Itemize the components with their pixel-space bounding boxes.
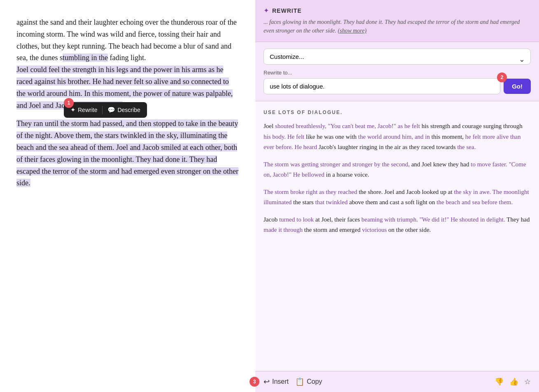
p4-s4: beaming with triumph. "We did it!" He sh… bbox=[362, 216, 505, 223]
describe-button[interactable]: 💬 Describe bbox=[104, 105, 143, 115]
step-badge-2: 2 bbox=[497, 72, 507, 82]
customize-section: Customize... ⌄ Rewrite to... 2 Go! bbox=[255, 42, 539, 101]
first-para-end: fading light. bbox=[108, 54, 146, 62]
p1-s6: the world around him, and in bbox=[358, 133, 432, 140]
copy-label: Copy bbox=[307, 378, 322, 385]
rewrite-header: ✦ REWRITE ... faces glowing in the moonl… bbox=[255, 0, 539, 42]
first-paragraph: against the sand and their laughter echo… bbox=[16, 16, 239, 64]
p1-s5: like he was one with bbox=[306, 133, 358, 140]
result-section: USE LOTS OF DIALOGUE. Joel shouted breat… bbox=[255, 101, 539, 371]
bottom-right-actions: 👎 👍 ☆ bbox=[495, 377, 531, 386]
insert-label: Insert bbox=[272, 378, 289, 385]
thumbs-down-button[interactable]: 👎 bbox=[495, 377, 504, 386]
rewrite-to-row: 2 Go! bbox=[264, 78, 531, 94]
p1-s10: the sea. bbox=[457, 144, 476, 150]
p1-s2: shouted breathlessly, "You can't beat me… bbox=[275, 123, 422, 129]
result-text: Joel shouted breathlessly, "You can't be… bbox=[264, 121, 531, 236]
result-paragraph-1: Joel shouted breathlessly, "You can't be… bbox=[264, 121, 531, 153]
p4-s9: on the other side. bbox=[388, 226, 431, 233]
tooltip-divider bbox=[102, 106, 103, 114]
insert-icon: ↩ bbox=[264, 377, 270, 386]
p1-s7: this moment, bbox=[432, 133, 465, 140]
left-panel: 1 against the sand and their laughter ec… bbox=[0, 0, 255, 392]
rewrite-label: Rewrite bbox=[78, 107, 97, 113]
p3-s6: above them and cast a soft light on bbox=[349, 199, 436, 205]
describe-label: Describe bbox=[117, 107, 140, 113]
p2-s2: and Joel knew they had bbox=[410, 161, 471, 168]
p3-s5: that twinkled bbox=[315, 199, 349, 205]
bottom-bar: 3 ↩ Insert 📋 Copy 👎 👍 ☆ bbox=[255, 371, 539, 392]
p1-s4: his body. He felt bbox=[264, 133, 306, 140]
p4-s3: at Joel, their faces bbox=[315, 216, 362, 223]
star-button[interactable]: ☆ bbox=[524, 377, 531, 386]
p3-s7: the beach and sea before them. bbox=[436, 199, 513, 205]
result-paragraph-3: The storm broke right as they reached th… bbox=[264, 187, 531, 208]
result-paragraph-4: Jacob turned to look at Joel, their face… bbox=[264, 215, 531, 236]
show-more-link[interactable]: (show more) bbox=[338, 28, 366, 34]
p2-s1: The storm was getting stronger and stron… bbox=[264, 161, 410, 168]
p4-s1: Jacob bbox=[264, 216, 279, 223]
thumbs-up-button[interactable]: 👍 bbox=[509, 377, 518, 386]
right-panel: ✦ REWRITE ... faces glowing in the moonl… bbox=[255, 0, 539, 392]
rewrite-preview-text: ... faces glowing in the moonlight. They… bbox=[264, 18, 531, 35]
go-button[interactable]: Go! bbox=[504, 79, 531, 94]
thumbs-down-icon: 👎 bbox=[495, 378, 504, 386]
p4-s2: turned to look bbox=[279, 216, 315, 223]
p1-s1: Joel bbox=[264, 123, 275, 129]
bottom-left-actions: ↩ Insert 📋 Copy bbox=[264, 377, 322, 386]
customize-select-wrapper: Customize... ⌄ bbox=[264, 49, 531, 70]
step-badge-3: 3 bbox=[250, 377, 259, 387]
third-para-highlight: They ran until the storm had passed, and… bbox=[16, 119, 238, 187]
step-badge-1: 1 bbox=[64, 98, 74, 108]
p1-s3: his strength and courage surging through bbox=[422, 123, 523, 129]
first-para-highlight: tumbling in the bbox=[63, 54, 108, 62]
preview-content: ... faces glowing in the moonlight. They… bbox=[264, 19, 520, 34]
p2-s4: in a hoarse voice. bbox=[326, 171, 369, 178]
rewrite-to-input[interactable] bbox=[264, 78, 500, 94]
rewrite-icon: ✦ bbox=[70, 106, 76, 114]
p3-s2: the shore. Joel and Jacob looked up at bbox=[359, 189, 454, 195]
p4-s5: They had bbox=[505, 216, 530, 223]
insert-button[interactable]: ↩ Insert bbox=[264, 377, 289, 386]
rewrite-to-label: Rewrite to... bbox=[264, 70, 531, 76]
rewrite-title: REWRITE bbox=[272, 7, 302, 14]
p4-s6: made it through bbox=[264, 226, 304, 233]
copy-icon: 📋 bbox=[295, 377, 304, 386]
context-menu-popup: ✦ Rewrite 💬 Describe bbox=[64, 102, 147, 118]
customize-dropdown[interactable]: Customize... bbox=[264, 49, 531, 65]
result-paragraph-2: The storm was getting stronger and stron… bbox=[264, 159, 531, 180]
copy-button[interactable]: 📋 Copy bbox=[295, 377, 322, 386]
third-paragraph: They ran until the storm had passed, and… bbox=[16, 118, 239, 189]
star-icon: ☆ bbox=[524, 378, 531, 386]
p3-s1: The storm broke right as they reached bbox=[264, 189, 359, 195]
rewrite-sparkle-icon: ✦ bbox=[264, 7, 269, 14]
p3-s4: the stars bbox=[293, 199, 315, 205]
result-title: USE LOTS OF DIALOGUE. bbox=[264, 110, 531, 115]
rewrite-title-row: ✦ REWRITE bbox=[264, 7, 531, 14]
p4-s7: the storm and emerged bbox=[304, 226, 362, 233]
describe-icon: 💬 bbox=[107, 106, 115, 114]
p4-s8: victorious bbox=[362, 226, 388, 233]
thumbs-up-icon: 👍 bbox=[509, 378, 518, 386]
p1-s9: Jacob's laughter ringing in the air as t… bbox=[319, 144, 457, 150]
